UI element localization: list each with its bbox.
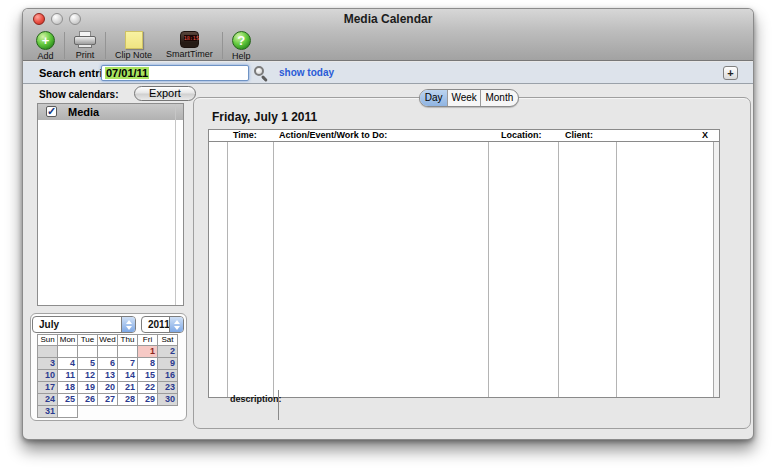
window-header: Media Calendar + Add Print <box>23 9 753 61</box>
table-scrollbar-track <box>713 142 719 397</box>
show-today-link[interactable]: show today <box>279 62 334 84</box>
tab-day[interactable]: Day <box>420 90 447 106</box>
add-entry-button[interactable]: + <box>723 66 738 80</box>
description-divider <box>278 390 279 420</box>
year-popup[interactable]: 2011 <box>141 316 184 333</box>
date-cell[interactable]: 31 <box>37 405 58 418</box>
column-divider <box>616 142 617 397</box>
column-divider <box>227 142 228 397</box>
search-bar: Search entries for: 07/01/11 show today … <box>23 62 753 84</box>
sticky-note-icon <box>125 31 143 49</box>
help-button[interactable]: ? Help <box>225 31 258 61</box>
events-table-header: Time: Action/Event/Work to Do: Location:… <box>209 130 719 142</box>
export-button[interactable]: Export <box>134 86 196 101</box>
col-action: Action/Event/Work to Do: <box>279 130 387 141</box>
add-plus-icon: + <box>36 31 55 50</box>
window-title: Media Calendar <box>23 9 753 29</box>
column-divider <box>488 142 489 397</box>
col-location: Location: <box>501 130 542 141</box>
printer-icon <box>74 31 96 49</box>
date-cell[interactable] <box>57 405 78 418</box>
media-checkbox[interactable]: ✓ <box>46 106 57 117</box>
timer-icon: 18:15 <box>180 31 199 48</box>
tab-week[interactable]: Week <box>447 90 479 106</box>
tab-month[interactable]: Month <box>480 90 518 106</box>
print-button[interactable]: Print <box>67 31 103 60</box>
description-label: description: <box>230 394 282 404</box>
help-icon: ? <box>232 31 251 50</box>
toolbar-separator <box>105 32 106 59</box>
list-scrollbar-track <box>175 104 176 305</box>
calendar-week-row: 31 <box>37 406 178 418</box>
toolbar: + Add Print Clip Note <box>29 31 258 61</box>
app-window: Media Calendar + Add Print <box>22 8 754 440</box>
mini-calendar-grid: Sun Mon Tue Wed Thu Fri Sat 1 2 <box>37 334 178 418</box>
search-input[interactable]: 07/01/11 <box>101 65 249 81</box>
date-heading: Friday, July 1 2011 <box>212 110 317 124</box>
calendar-list-item-media[interactable]: ✓ Media <box>38 104 183 120</box>
view-tabs: Day Week Month <box>419 89 519 107</box>
col-x: X <box>702 130 708 141</box>
column-divider <box>273 142 274 397</box>
smarttimer-button[interactable]: 18:15 SmartTimer <box>159 31 220 59</box>
toolbar-separator <box>64 32 65 59</box>
col-time: Time: <box>233 130 257 141</box>
calendar-list: ✓ Media <box>37 103 184 306</box>
titlebar: Media Calendar <box>23 9 753 29</box>
toolbar-separator <box>222 32 223 59</box>
column-divider <box>558 142 559 397</box>
show-calendars-label: Show calendars: <box>39 89 118 100</box>
events-table: Time: Action/Event/Work to Do: Location:… <box>208 129 720 398</box>
add-button[interactable]: + Add <box>29 31 62 61</box>
screen: Media Calendar + Add Print <box>0 0 776 473</box>
calendar-name: Media <box>68 104 99 120</box>
day-view-pane: Friday, July 1 2011 Time: Action/Event/W… <box>193 97 751 429</box>
col-client: Client: <box>565 130 593 141</box>
search-icon[interactable] <box>254 66 270 82</box>
clip-note-button[interactable]: Clip Note <box>108 31 159 60</box>
search-value: 07/01/11 <box>105 67 149 79</box>
month-popup[interactable]: July <box>32 316 136 333</box>
stepper-arrows-icon <box>169 317 183 332</box>
stepper-arrows-icon <box>121 317 135 332</box>
